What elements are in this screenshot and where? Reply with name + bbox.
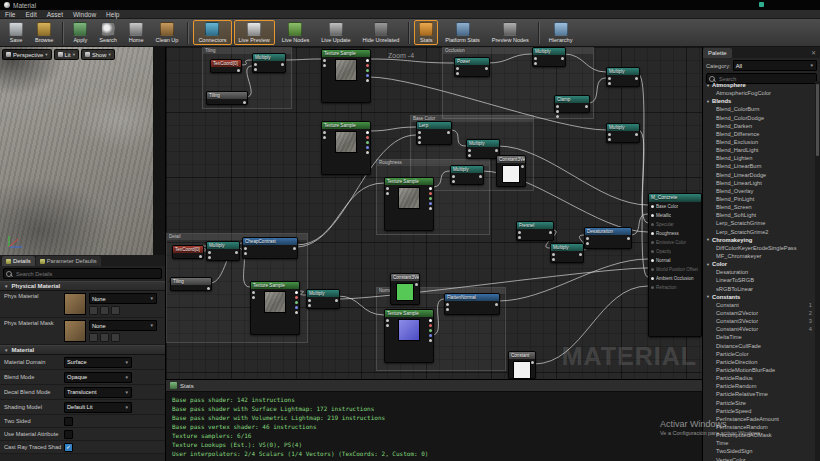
input-pin[interactable]	[323, 59, 326, 62]
output-pin[interactable]	[366, 136, 369, 139]
platform-stats-button[interactable]: Platform Stats	[440, 20, 485, 45]
output-pin[interactable]	[295, 301, 298, 304]
palette-item-blend-colordodge[interactable]: Blend_ColorDodge	[703, 114, 815, 122]
save-button[interactable]: Save	[4, 20, 28, 45]
output-pin[interactable]	[429, 319, 432, 322]
input-pin[interactable]	[254, 63, 257, 66]
collapse-icon[interactable]: ▼	[706, 294, 710, 299]
input-pin[interactable]	[323, 64, 326, 67]
input-pin[interactable]	[308, 304, 311, 307]
palette-item-constant[interactable]: Constant1	[703, 301, 815, 309]
output-pin[interactable]	[295, 311, 298, 314]
input-pin[interactable]	[386, 319, 389, 322]
output-pin[interactable]	[295, 306, 298, 309]
output-pin[interactable]	[243, 101, 246, 104]
output-pin[interactable]	[531, 361, 534, 364]
material-pin-emissive-color[interactable]: Emissive Color	[649, 238, 701, 247]
node-clamp[interactable]: Clamp	[554, 95, 590, 113]
input-pin[interactable]	[446, 308, 449, 311]
node-cheapcontrast[interactable]: CheapContrast	[242, 237, 298, 259]
output-pin[interactable]	[293, 247, 296, 250]
decal-blend-mode-dropdown[interactable]: Translucent▼	[64, 387, 132, 398]
palette-item-particlerandom[interactable]: ParticleRandom	[703, 382, 815, 390]
output-pin[interactable]	[237, 69, 240, 72]
output-pin[interactable]	[521, 165, 524, 168]
input-pin[interactable]	[552, 253, 555, 256]
blend-mode-dropdown[interactable]: Opaque▼	[64, 372, 132, 383]
palette-category-chromakeying[interactable]: ▼Chromakeying	[703, 236, 815, 244]
browse-button[interactable]: Browse	[30, 20, 58, 45]
input-pin[interactable]	[418, 141, 421, 144]
shading-model-dropdown[interactable]: Default Lit▼	[64, 402, 132, 413]
viewport-show-button[interactable]: Show▾	[81, 49, 115, 60]
palette-item-time[interactable]: Time	[703, 439, 815, 447]
output-pin[interactable]	[627, 237, 630, 240]
search-button[interactable]: Search	[94, 20, 121, 45]
palette-item-blend-colorburn[interactable]: Blend_ColorBurn	[703, 105, 815, 113]
material-graph[interactable]: TilingOcclusionBase ColorRoughnessDetail…	[166, 47, 702, 379]
output-pin[interactable]	[585, 105, 588, 108]
asset-use-selected-icon[interactable]	[89, 333, 98, 342]
palette-item-srgbtolinear[interactable]: sRGBToLinear	[703, 285, 815, 293]
input-pin[interactable]	[518, 236, 521, 239]
palette-item-blend-lighten[interactable]: Blend_Lighten	[703, 154, 815, 162]
palette-item-desaturation[interactable]: Desaturation	[703, 268, 815, 276]
output-pin[interactable]	[366, 74, 369, 77]
section-header-material[interactable]: ▼Material	[0, 345, 165, 355]
output-pin[interactable]	[366, 64, 369, 67]
viewport-perspective-button[interactable]: Perspective▾	[2, 49, 52, 60]
input-pin[interactable]	[244, 247, 247, 250]
input-pin[interactable]	[608, 82, 611, 85]
menu-asset[interactable]: Asset	[42, 10, 68, 19]
input-pin[interactable]	[252, 296, 255, 299]
palette-item-deltatime[interactable]: DeltaTime	[703, 333, 815, 341]
menu-file[interactable]: File	[0, 10, 20, 19]
palette-item-lerp-scratchgrime2[interactable]: Lerp_ScratchGrime2	[703, 228, 815, 236]
input-pin[interactable]	[608, 77, 611, 80]
input-pin[interactable]	[608, 138, 611, 141]
output-pin[interactable]	[295, 296, 298, 299]
node-tiling[interactable]: Tiling	[206, 91, 248, 105]
output-pin[interactable]	[635, 77, 638, 80]
node-texture-sample[interactable]: Texture Sample	[250, 281, 300, 335]
output-pin[interactable]	[495, 149, 498, 152]
hierarchy-button[interactable]: Hierarchy	[544, 20, 578, 45]
node-tiling[interactable]: Tiling	[170, 277, 212, 291]
node-texture-sample[interactable]: Texture Sample	[384, 309, 434, 363]
connectors-button[interactable]: Connectors	[193, 20, 231, 45]
input-pin[interactable]	[418, 131, 421, 134]
palette-item-blend-linearlight[interactable]: Blend_LinearLight	[703, 179, 815, 187]
node-multiply[interactable]: Multiply	[532, 47, 566, 67]
palette-item-blend-screen[interactable]: Blend_Screen	[703, 203, 815, 211]
node-desaturation[interactable]: Desaturation	[584, 227, 632, 249]
input-pin[interactable]	[468, 149, 471, 152]
section-header-physical-material[interactable]: ▼Physical Material	[0, 281, 165, 291]
output-pin[interactable]	[429, 202, 432, 205]
asset-thumbnail[interactable]	[64, 320, 86, 342]
cast-ray-traced-shad-checkbox[interactable]: ✓	[64, 443, 73, 452]
output-pin[interactable]	[447, 131, 450, 134]
output-pin[interactable]	[429, 187, 432, 190]
palette-item-particlemotionblurfade[interactable]: ParticleMotionBlurFade	[703, 366, 815, 374]
node-constant3vector[interactable]: Constant3Vector	[390, 273, 420, 305]
section-collapse-icon[interactable]: ▼	[4, 348, 8, 353]
palette-item-precomputedaomask[interactable]: PrecomputedAOMask	[703, 431, 815, 439]
output-pin[interactable]	[366, 141, 369, 144]
asset-clear-icon[interactable]	[111, 333, 120, 342]
palette-item-constant3vector[interactable]: Constant3Vector3	[703, 317, 815, 325]
palette-item-blend-exclusion[interactable]: Blend_Exclusion	[703, 138, 815, 146]
tab-details[interactable]: Details	[2, 256, 35, 266]
palette-item-particleradius[interactable]: ParticleRadius	[703, 374, 815, 382]
output-pin[interactable]	[235, 251, 238, 254]
output-pin[interactable]	[207, 287, 210, 290]
asset-browse-icon[interactable]	[100, 333, 109, 342]
palette-item-blend-softlight[interactable]: Blend_SoftLight	[703, 211, 815, 219]
palette-item-mf-chromakeyer[interactable]: MF_Chromakeyer	[703, 252, 815, 260]
node-multiply[interactable]: Multiply	[206, 241, 240, 261]
input-pin[interactable]	[556, 115, 559, 118]
stats-tab[interactable]: Stats	[166, 380, 702, 392]
output-pin[interactable]	[281, 63, 284, 66]
palette-item-blend-lineardodge[interactable]: Blend_LinearDodge	[703, 171, 815, 179]
input-pin[interactable]	[556, 110, 559, 113]
material-pin-refraction[interactable]: Refraction	[649, 283, 701, 292]
